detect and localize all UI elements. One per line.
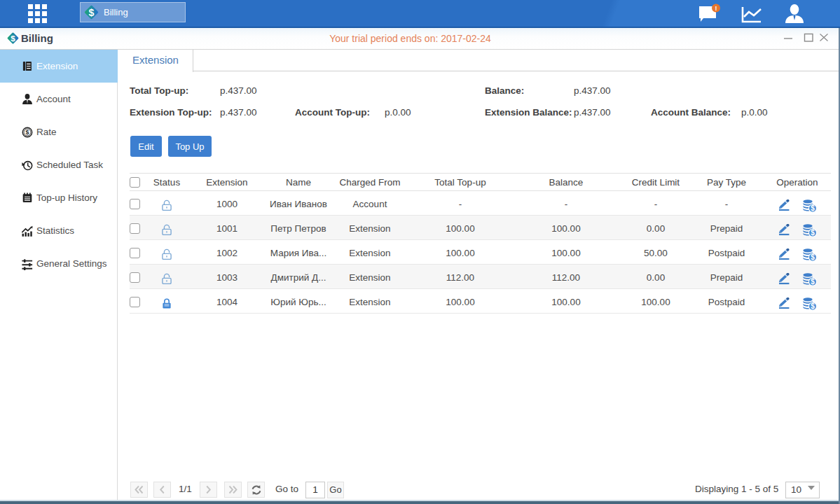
svg-text:$: $	[811, 278, 815, 286]
svg-text:$: $	[89, 7, 95, 18]
svg-text:$: $	[811, 302, 815, 310]
svg-text:$: $	[811, 204, 815, 212]
svg-text:$: $	[811, 253, 815, 261]
svg-text:$: $	[26, 129, 29, 136]
svg-text:$: $	[811, 229, 815, 237]
svg-text:!: !	[715, 5, 717, 12]
